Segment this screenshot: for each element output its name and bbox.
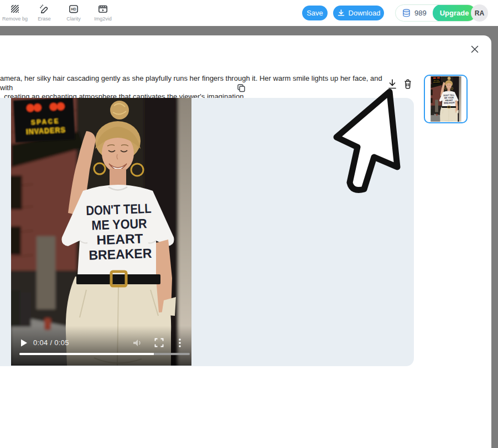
tool-clarity[interactable]: HD Clarity	[59, 3, 89, 22]
hd-badge-icon: HD	[68, 3, 79, 14]
video-player[interactable]: 0:04 / 0:05	[11, 98, 191, 366]
video-progress-bar[interactable]	[19, 353, 190, 355]
tool-label: Clarity	[66, 16, 81, 22]
overflow-menu-button[interactable]	[175, 337, 185, 350]
tool-label: Img2vid	[94, 16, 112, 22]
play-icon	[19, 338, 28, 347]
avatar[interactable]: RA	[471, 4, 488, 22]
tool-label: Remove bg	[2, 16, 28, 22]
volume-button[interactable]	[132, 337, 143, 350]
download-icon	[337, 9, 345, 17]
svg-text:HD: HD	[71, 7, 76, 11]
kebab-menu-icon	[175, 337, 185, 348]
trash-icon	[402, 77, 413, 91]
save-button[interactable]: Save	[302, 6, 328, 20]
download-button-label: Download	[349, 9, 381, 17]
tool-remove-bg[interactable]: Remove bg	[0, 3, 30, 22]
tool-erase[interactable]: Erase	[29, 3, 59, 22]
credits-count: 989	[414, 9, 427, 17]
close-icon	[470, 44, 480, 54]
tool-img2vid[interactable]: Img2vid	[88, 3, 118, 22]
clapperboard-icon	[97, 3, 108, 14]
close-button[interactable]	[468, 43, 481, 56]
hatch-square-icon	[9, 3, 20, 14]
video-progress-fill	[19, 353, 154, 355]
tool-label: Erase	[38, 16, 51, 22]
play-button[interactable]	[19, 338, 29, 348]
delete-result-button[interactable]	[402, 77, 413, 92]
top-toolbar: Remove bg Erase HD Clarity Img2vid Save …	[0, 0, 498, 26]
prompt-line-1: amera, her silky hair cascading gently a…	[0, 74, 384, 92]
thumbnail-image	[430, 76, 461, 122]
copy-icon	[237, 84, 246, 92]
credits-upgrade-group: 989 Upgrade	[395, 4, 476, 22]
fullscreen-button[interactable]	[154, 337, 164, 350]
credits-balance[interactable]: 989	[396, 8, 433, 18]
download-icon	[387, 77, 398, 91]
video-thumbnail-selected[interactable]	[424, 75, 468, 123]
volume-muted-icon	[132, 337, 143, 348]
coins-icon	[402, 8, 411, 18]
time-display: 0:04 / 0:05	[33, 338, 69, 347]
fullscreen-icon	[154, 337, 164, 348]
video-controls: 0:04 / 0:05	[11, 335, 191, 352]
eraser-icon	[39, 3, 50, 14]
upgrade-button[interactable]: Upgrade	[433, 4, 476, 22]
download-button[interactable]: Download	[333, 6, 384, 20]
result-modal: amera, her silky hair cascading gently a…	[0, 35, 491, 448]
copy-prompt-button[interactable]	[237, 84, 246, 94]
download-result-button[interactable]	[387, 77, 398, 92]
